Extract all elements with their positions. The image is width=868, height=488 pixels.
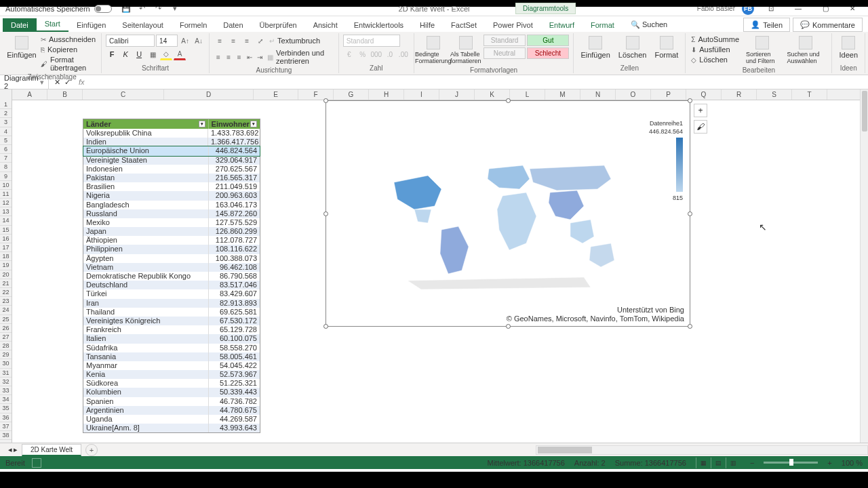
- col-header[interactable]: I: [404, 89, 439, 100]
- dec-dec-icon[interactable]: .00: [397, 48, 410, 60]
- country-cell[interactable]: Iran: [83, 299, 209, 308]
- tab-entwurf[interactable]: Entwurf: [541, 18, 583, 32]
- style-standard[interactable]: Standard: [484, 35, 526, 46]
- table-row[interactable]: Bangladesch163.046.173: [83, 201, 260, 209]
- table-row[interactable]: Mexiko127.575.529: [83, 218, 260, 227]
- row-header[interactable]: 33: [0, 386, 12, 395]
- style-neutral[interactable]: Neutral: [484, 47, 526, 59]
- zoom-slider[interactable]: [764, 462, 818, 464]
- col-header[interactable]: C: [83, 89, 164, 100]
- row-header[interactable]: 9: [0, 172, 12, 181]
- row-header[interactable]: 1: [0, 100, 12, 109]
- table-row[interactable]: Myanmar54.045.422: [83, 361, 260, 370]
- col-header[interactable]: G: [334, 89, 369, 100]
- table-row[interactable]: Volksrepublik China1.433.783.692: [83, 129, 260, 138]
- map-chart[interactable]: + 🖌 Datenreihe1 446.824.564 815: [326, 100, 690, 327]
- population-cell[interactable]: 43.993.643: [209, 424, 260, 432]
- row-header[interactable]: 35: [0, 404, 12, 413]
- currency-icon[interactable]: €: [343, 48, 355, 60]
- table-row[interactable]: Vietnam96.462.108: [83, 263, 260, 272]
- decrease-font-icon[interactable]: A↓: [193, 35, 205, 47]
- data-table[interactable]: Länder▾ Einwohner▾ Volksrepublik China1.…: [83, 119, 260, 433]
- tab-hilfe[interactable]: Hilfe: [412, 18, 443, 32]
- indent-inc-icon[interactable]: ⇥: [256, 51, 264, 63]
- population-cell[interactable]: 108.116.622: [209, 245, 260, 253]
- row-header[interactable]: 18: [0, 252, 12, 261]
- row-header[interactable]: 37: [0, 422, 12, 431]
- population-cell[interactable]: 200.963.603: [209, 191, 260, 200]
- sheet-tab[interactable]: 2D Karte Welt: [22, 444, 81, 456]
- country-cell[interactable]: Italien: [83, 334, 209, 343]
- table-row[interactable]: Russland145.872.260: [83, 209, 260, 218]
- col-header[interactable]: L: [510, 89, 545, 100]
- table-row[interactable]: Vereinigtes Königreich67.530.172: [83, 317, 260, 325]
- sort-filter-button[interactable]: Sortieren und Filtern: [743, 35, 782, 66]
- population-cell[interactable]: 44.269.587: [209, 415, 260, 424]
- zoom-level[interactable]: 100 %: [842, 459, 863, 467]
- row-header[interactable]: 17: [0, 243, 12, 252]
- sheet-nav-prev-icon[interactable]: ◂: [8, 445, 12, 454]
- row-header[interactable]: 25: [0, 315, 12, 324]
- country-cell[interactable]: Russland: [83, 209, 209, 218]
- table-row[interactable]: Frankreich65.129.728: [83, 325, 260, 334]
- tab-entwicklertools[interactable]: Entwicklertools: [346, 18, 412, 32]
- population-cell[interactable]: 50.339.443: [209, 388, 260, 396]
- filter-icon[interactable]: ▾: [199, 121, 205, 127]
- table-row[interactable]: Türkei83.429.607: [83, 289, 260, 298]
- country-cell[interactable]: Frankreich: [83, 325, 209, 334]
- population-cell[interactable]: 145.872.260: [209, 209, 260, 218]
- country-cell[interactable]: Ägypten: [83, 254, 209, 263]
- tab-powerpivot[interactable]: Power Pivot: [485, 18, 541, 32]
- population-cell[interactable]: 163.046.173: [209, 201, 260, 209]
- col-header[interactable]: R: [722, 89, 757, 100]
- table-row[interactable]: Nigeria200.963.603: [83, 191, 260, 200]
- fill-button[interactable]: ⬇ Ausfüllen: [690, 45, 741, 54]
- tab-einfuegen[interactable]: Einfügen: [68, 18, 114, 32]
- format-cells-button[interactable]: Format: [652, 35, 681, 60]
- country-cell[interactable]: Kolumbien: [83, 388, 209, 396]
- population-cell[interactable]: 65.129.728: [209, 325, 260, 334]
- conditional-formatting-button[interactable]: Bedingte Formatierung: [418, 35, 448, 66]
- country-cell[interactable]: Vietnam: [83, 263, 209, 272]
- population-cell[interactable]: 446.824.564: [209, 146, 260, 155]
- population-cell[interactable]: 44.780.675: [209, 406, 260, 415]
- population-cell[interactable]: 54.045.422: [209, 361, 260, 370]
- table-row[interactable]: Südafrika58.558.270: [83, 344, 260, 352]
- align-left-icon[interactable]: ≡: [214, 51, 222, 63]
- font-select[interactable]: [106, 35, 155, 47]
- worksheet-grid[interactable]: ABCDEFGHIJKLMNOPQRST 1234567891011121314…: [0, 89, 868, 443]
- tab-ueberpruefen[interactable]: Überprüfen: [252, 18, 305, 32]
- table-row[interactable]: Uganda44.269.587: [83, 415, 260, 424]
- population-cell[interactable]: 270.625.567: [209, 165, 260, 174]
- row-header[interactable]: 20: [0, 270, 12, 279]
- row-header[interactable]: 19: [0, 261, 12, 270]
- view-normal-icon[interactable]: ▦: [696, 458, 711, 468]
- country-cell[interactable]: Türkei: [83, 289, 209, 298]
- population-cell[interactable]: 60.100.075: [209, 334, 260, 343]
- italic-button[interactable]: K: [119, 48, 132, 60]
- population-cell[interactable]: 126.860.299: [209, 227, 260, 236]
- row-header[interactable]: 26: [0, 324, 12, 333]
- autosum-button[interactable]: Σ AutoSumme: [690, 35, 741, 44]
- country-cell[interactable]: Nigeria: [83, 191, 209, 200]
- col-header[interactable]: D: [164, 89, 254, 100]
- country-cell[interactable]: Volksrepublik China: [83, 129, 208, 138]
- row-header[interactable]: 21: [0, 279, 12, 288]
- style-schlecht[interactable]: Schlecht: [527, 47, 569, 59]
- table-row[interactable]: Deutschland83.517.046: [83, 281, 260, 289]
- country-cell[interactable]: Tansania: [83, 352, 209, 361]
- fill-color-button[interactable]: ◇: [160, 48, 172, 60]
- tab-datei[interactable]: Datei: [3, 18, 37, 32]
- row-header[interactable]: 38: [0, 431, 12, 440]
- row-header[interactable]: 34: [0, 395, 12, 404]
- table-row[interactable]: Argentinien44.780.675: [83, 406, 260, 415]
- col-header[interactable]: O: [616, 89, 651, 100]
- add-sheet-button[interactable]: +: [85, 444, 98, 456]
- copy-button[interactable]: ⎘ Kopieren: [39, 45, 97, 54]
- population-cell[interactable]: 96.462.108: [209, 263, 260, 272]
- view-page-break-icon[interactable]: ▥: [726, 458, 741, 468]
- population-cell[interactable]: 58.558.270: [209, 344, 260, 352]
- row-header[interactable]: 16: [0, 235, 12, 243]
- tab-start[interactable]: Start: [37, 17, 68, 32]
- chart-elements-button[interactable]: +: [694, 104, 707, 117]
